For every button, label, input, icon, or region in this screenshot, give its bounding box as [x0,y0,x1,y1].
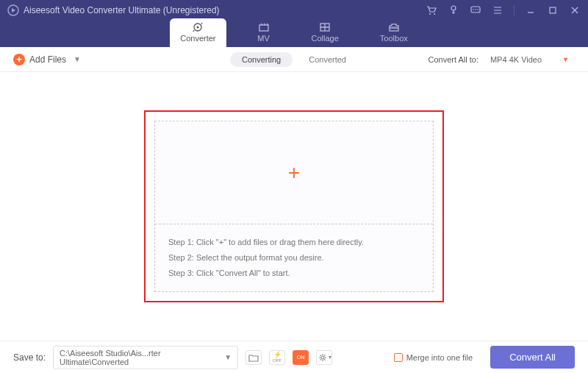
tab-converter[interactable]: Converter [170,18,226,47]
converter-icon [191,21,204,33]
dropzone-top[interactable]: + [155,121,433,224]
svg-rect-8 [550,7,556,13]
open-folder-icon[interactable] [245,350,262,365]
maximize-icon[interactable] [547,4,559,16]
app-window: Aiseesoft Video Converter Ultimate (Unre… [0,0,588,373]
gpu-icon[interactable]: ON [293,350,309,365]
settings-icon[interactable]: ▾ [316,350,332,365]
chat-icon[interactable] [470,4,481,16]
save-to-label: Save to: [13,352,46,363]
svg-point-5 [473,9,474,10]
add-files-label: Add Files [29,54,66,65]
format-dropdown[interactable]: MP4 4K Video ▼ [484,53,575,66]
dropzone-steps: Step 1: Click "+" to add files or drag t… [155,224,433,291]
save-path-value: C:\Aiseesoft Studio\Ais...rter Ultimate\… [60,349,221,366]
status-segment: Converting Converted [230,52,358,67]
divider [514,5,514,15]
minimize-icon[interactable] [525,4,537,16]
highlight-box: + Step 1: Click "+" to add files or drag… [144,110,444,302]
step-3: Step 3: Click "Convert All" to start. [168,266,420,281]
hardware-accel-icon[interactable]: ⚡OFF [269,350,285,365]
converting-tab[interactable]: Converting [230,52,293,67]
tab-label: Collage [312,34,339,43]
tab-label: Converter [180,34,215,43]
svg-point-14 [321,356,324,359]
add-plus-icon[interactable]: + [288,161,300,185]
tab-label: Toolbox [380,34,408,43]
dropzone[interactable]: + Step 1: Click "+" to add files or drag… [154,121,434,292]
convert-all-to: Convert All to: MP4 4K Video ▼ [428,53,575,66]
merge-label: Merge into one file [406,353,473,362]
collage-icon [318,21,331,33]
mv-icon [257,21,270,33]
plus-icon: + [13,54,25,65]
tab-mv[interactable]: MV [247,18,281,47]
add-files-button[interactable]: + Add Files ▼ [13,54,81,65]
toolbar: + Add Files ▼ Converting Converted Conve… [0,47,588,72]
tab-collage[interactable]: Collage [301,18,349,47]
menu-icon[interactable] [492,4,503,16]
titlebar-controls [426,4,581,16]
titlebar: Aiseesoft Video Converter Ultimate (Unre… [0,0,588,47]
chevron-down-icon: ▼ [74,55,81,63]
checkbox-icon [394,353,403,362]
main-tabs: Converter MV Collage Toolbox [0,21,588,47]
svg-point-7 [477,9,478,10]
svg-point-10 [197,26,199,29]
svg-point-2 [434,13,435,15]
convert-all-button[interactable]: Convert All [490,346,575,369]
close-icon[interactable] [569,4,581,16]
step-1: Step 1: Click "+" to add files or drag t… [168,235,420,250]
step-2: Step 2: Select the output format you des… [168,250,420,266]
tab-label: MV [257,34,270,43]
svg-point-6 [475,9,476,10]
svg-point-3 [451,6,456,10]
save-path-dropdown[interactable]: C:\Aiseesoft Studio\Ais...rter Ultimate\… [53,346,238,369]
chevron-down-icon: ▼ [224,353,232,361]
toolbox-icon [387,21,401,33]
merge-checkbox[interactable]: Merge into one file [394,353,473,362]
app-title: Aiseesoft Video Converter Ultimate (Unre… [24,5,426,15]
titlebar-top: Aiseesoft Video Converter Ultimate (Unre… [0,0,588,21]
main-area: + Step 1: Click "+" to add files or drag… [0,72,588,341]
converted-tab[interactable]: Converted [297,52,358,67]
svg-point-1 [429,13,431,15]
app-logo-icon [7,4,19,16]
svg-rect-11 [259,25,268,31]
cart-icon[interactable] [426,4,437,16]
convert-all-to-label: Convert All to: [428,55,478,64]
footer: Save to: C:\Aiseesoft Studio\Ais...rter … [0,341,588,373]
tab-toolbox[interactable]: Toolbox [370,18,418,47]
dropdown-triangle-icon: ▼ [562,56,569,63]
format-value: MP4 4K Video [490,55,542,64]
key-icon[interactable] [448,4,459,16]
